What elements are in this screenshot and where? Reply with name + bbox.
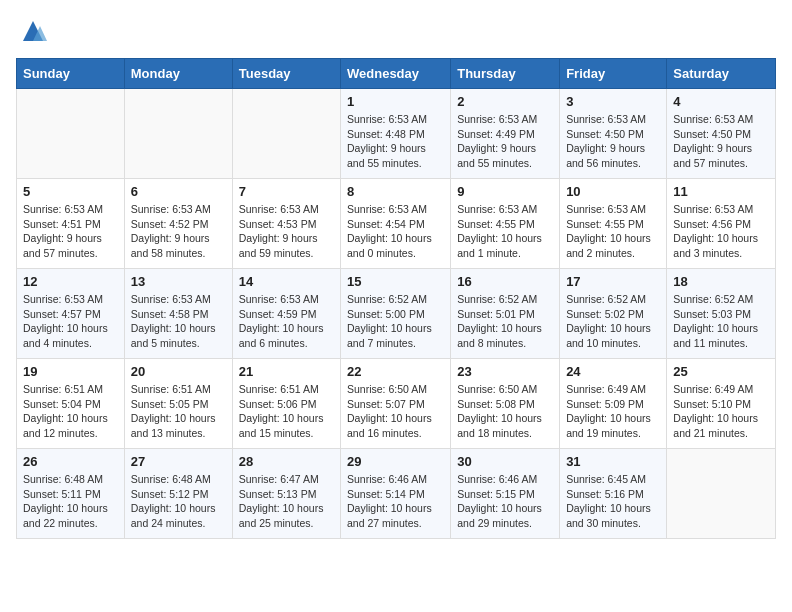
day-number: 29 — [347, 454, 444, 469]
calendar-cell: 18Sunrise: 6:52 AM Sunset: 5:03 PM Dayli… — [667, 269, 776, 359]
calendar-cell: 5Sunrise: 6:53 AM Sunset: 4:51 PM Daylig… — [17, 179, 125, 269]
calendar-table: SundayMondayTuesdayWednesdayThursdayFrid… — [16, 58, 776, 539]
calendar-cell: 28Sunrise: 6:47 AM Sunset: 5:13 PM Dayli… — [232, 449, 340, 539]
calendar-cell: 19Sunrise: 6:51 AM Sunset: 5:04 PM Dayli… — [17, 359, 125, 449]
cell-content: Sunrise: 6:53 AM Sunset: 4:48 PM Dayligh… — [347, 112, 444, 171]
day-number: 10 — [566, 184, 660, 199]
calendar-cell: 21Sunrise: 6:51 AM Sunset: 5:06 PM Dayli… — [232, 359, 340, 449]
calendar-cell: 14Sunrise: 6:53 AM Sunset: 4:59 PM Dayli… — [232, 269, 340, 359]
day-number: 22 — [347, 364, 444, 379]
day-number: 8 — [347, 184, 444, 199]
day-number: 28 — [239, 454, 334, 469]
calendar-cell — [124, 89, 232, 179]
calendar-cell: 23Sunrise: 6:50 AM Sunset: 5:08 PM Dayli… — [451, 359, 560, 449]
calendar-week-row: 5Sunrise: 6:53 AM Sunset: 4:51 PM Daylig… — [17, 179, 776, 269]
calendar-cell: 11Sunrise: 6:53 AM Sunset: 4:56 PM Dayli… — [667, 179, 776, 269]
calendar-cell: 1Sunrise: 6:53 AM Sunset: 4:48 PM Daylig… — [341, 89, 451, 179]
logo-icon — [18, 16, 48, 46]
calendar-cell: 27Sunrise: 6:48 AM Sunset: 5:12 PM Dayli… — [124, 449, 232, 539]
cell-content: Sunrise: 6:48 AM Sunset: 5:12 PM Dayligh… — [131, 472, 226, 531]
cell-content: Sunrise: 6:52 AM Sunset: 5:02 PM Dayligh… — [566, 292, 660, 351]
calendar-cell: 9Sunrise: 6:53 AM Sunset: 4:55 PM Daylig… — [451, 179, 560, 269]
day-number: 30 — [457, 454, 553, 469]
cell-content: Sunrise: 6:50 AM Sunset: 5:08 PM Dayligh… — [457, 382, 553, 441]
day-number: 25 — [673, 364, 769, 379]
calendar-cell: 25Sunrise: 6:49 AM Sunset: 5:10 PM Dayli… — [667, 359, 776, 449]
day-number: 26 — [23, 454, 118, 469]
header-saturday: Saturday — [667, 59, 776, 89]
cell-content: Sunrise: 6:51 AM Sunset: 5:04 PM Dayligh… — [23, 382, 118, 441]
cell-content: Sunrise: 6:46 AM Sunset: 5:14 PM Dayligh… — [347, 472, 444, 531]
day-number: 7 — [239, 184, 334, 199]
page-header — [16, 16, 776, 46]
calendar-cell: 4Sunrise: 6:53 AM Sunset: 4:50 PM Daylig… — [667, 89, 776, 179]
calendar-cell: 20Sunrise: 6:51 AM Sunset: 5:05 PM Dayli… — [124, 359, 232, 449]
day-number: 14 — [239, 274, 334, 289]
cell-content: Sunrise: 6:53 AM Sunset: 4:49 PM Dayligh… — [457, 112, 553, 171]
calendar-cell: 2Sunrise: 6:53 AM Sunset: 4:49 PM Daylig… — [451, 89, 560, 179]
calendar-week-row: 1Sunrise: 6:53 AM Sunset: 4:48 PM Daylig… — [17, 89, 776, 179]
day-number: 11 — [673, 184, 769, 199]
calendar-cell: 13Sunrise: 6:53 AM Sunset: 4:58 PM Dayli… — [124, 269, 232, 359]
calendar-cell: 12Sunrise: 6:53 AM Sunset: 4:57 PM Dayli… — [17, 269, 125, 359]
calendar-cell: 31Sunrise: 6:45 AM Sunset: 5:16 PM Dayli… — [560, 449, 667, 539]
calendar-cell — [17, 89, 125, 179]
cell-content: Sunrise: 6:51 AM Sunset: 5:05 PM Dayligh… — [131, 382, 226, 441]
calendar-cell: 26Sunrise: 6:48 AM Sunset: 5:11 PM Dayli… — [17, 449, 125, 539]
cell-content: Sunrise: 6:53 AM Sunset: 4:55 PM Dayligh… — [457, 202, 553, 261]
day-number: 16 — [457, 274, 553, 289]
calendar-cell: 22Sunrise: 6:50 AM Sunset: 5:07 PM Dayli… — [341, 359, 451, 449]
cell-content: Sunrise: 6:53 AM Sunset: 4:52 PM Dayligh… — [131, 202, 226, 261]
day-number: 20 — [131, 364, 226, 379]
cell-content: Sunrise: 6:52 AM Sunset: 5:03 PM Dayligh… — [673, 292, 769, 351]
day-number: 27 — [131, 454, 226, 469]
header-friday: Friday — [560, 59, 667, 89]
day-number: 5 — [23, 184, 118, 199]
cell-content: Sunrise: 6:52 AM Sunset: 5:00 PM Dayligh… — [347, 292, 444, 351]
calendar-cell: 15Sunrise: 6:52 AM Sunset: 5:00 PM Dayli… — [341, 269, 451, 359]
calendar-cell: 8Sunrise: 6:53 AM Sunset: 4:54 PM Daylig… — [341, 179, 451, 269]
cell-content: Sunrise: 6:53 AM Sunset: 4:56 PM Dayligh… — [673, 202, 769, 261]
day-number: 4 — [673, 94, 769, 109]
cell-content: Sunrise: 6:51 AM Sunset: 5:06 PM Dayligh… — [239, 382, 334, 441]
day-number: 13 — [131, 274, 226, 289]
header-sunday: Sunday — [17, 59, 125, 89]
calendar-cell — [232, 89, 340, 179]
calendar-cell: 24Sunrise: 6:49 AM Sunset: 5:09 PM Dayli… — [560, 359, 667, 449]
calendar-cell: 16Sunrise: 6:52 AM Sunset: 5:01 PM Dayli… — [451, 269, 560, 359]
calendar-week-row: 19Sunrise: 6:51 AM Sunset: 5:04 PM Dayli… — [17, 359, 776, 449]
cell-content: Sunrise: 6:50 AM Sunset: 5:07 PM Dayligh… — [347, 382, 444, 441]
day-number: 21 — [239, 364, 334, 379]
logo — [16, 16, 48, 46]
day-number: 24 — [566, 364, 660, 379]
calendar-cell: 30Sunrise: 6:46 AM Sunset: 5:15 PM Dayli… — [451, 449, 560, 539]
calendar-cell: 29Sunrise: 6:46 AM Sunset: 5:14 PM Dayli… — [341, 449, 451, 539]
cell-content: Sunrise: 6:49 AM Sunset: 5:09 PM Dayligh… — [566, 382, 660, 441]
cell-content: Sunrise: 6:53 AM Sunset: 4:54 PM Dayligh… — [347, 202, 444, 261]
cell-content: Sunrise: 6:53 AM Sunset: 4:58 PM Dayligh… — [131, 292, 226, 351]
calendar-week-row: 12Sunrise: 6:53 AM Sunset: 4:57 PM Dayli… — [17, 269, 776, 359]
cell-content: Sunrise: 6:53 AM Sunset: 4:53 PM Dayligh… — [239, 202, 334, 261]
cell-content: Sunrise: 6:46 AM Sunset: 5:15 PM Dayligh… — [457, 472, 553, 531]
cell-content: Sunrise: 6:53 AM Sunset: 4:59 PM Dayligh… — [239, 292, 334, 351]
cell-content: Sunrise: 6:49 AM Sunset: 5:10 PM Dayligh… — [673, 382, 769, 441]
cell-content: Sunrise: 6:53 AM Sunset: 4:51 PM Dayligh… — [23, 202, 118, 261]
cell-content: Sunrise: 6:45 AM Sunset: 5:16 PM Dayligh… — [566, 472, 660, 531]
calendar-cell: 6Sunrise: 6:53 AM Sunset: 4:52 PM Daylig… — [124, 179, 232, 269]
day-number: 17 — [566, 274, 660, 289]
day-number: 3 — [566, 94, 660, 109]
cell-content: Sunrise: 6:53 AM Sunset: 4:55 PM Dayligh… — [566, 202, 660, 261]
day-number: 2 — [457, 94, 553, 109]
header-wednesday: Wednesday — [341, 59, 451, 89]
calendar-week-row: 26Sunrise: 6:48 AM Sunset: 5:11 PM Dayli… — [17, 449, 776, 539]
day-number: 12 — [23, 274, 118, 289]
day-number: 31 — [566, 454, 660, 469]
day-number: 1 — [347, 94, 444, 109]
header-tuesday: Tuesday — [232, 59, 340, 89]
day-number: 18 — [673, 274, 769, 289]
cell-content: Sunrise: 6:47 AM Sunset: 5:13 PM Dayligh… — [239, 472, 334, 531]
calendar-cell: 3Sunrise: 6:53 AM Sunset: 4:50 PM Daylig… — [560, 89, 667, 179]
cell-content: Sunrise: 6:52 AM Sunset: 5:01 PM Dayligh… — [457, 292, 553, 351]
header-thursday: Thursday — [451, 59, 560, 89]
cell-content: Sunrise: 6:53 AM Sunset: 4:57 PM Dayligh… — [23, 292, 118, 351]
